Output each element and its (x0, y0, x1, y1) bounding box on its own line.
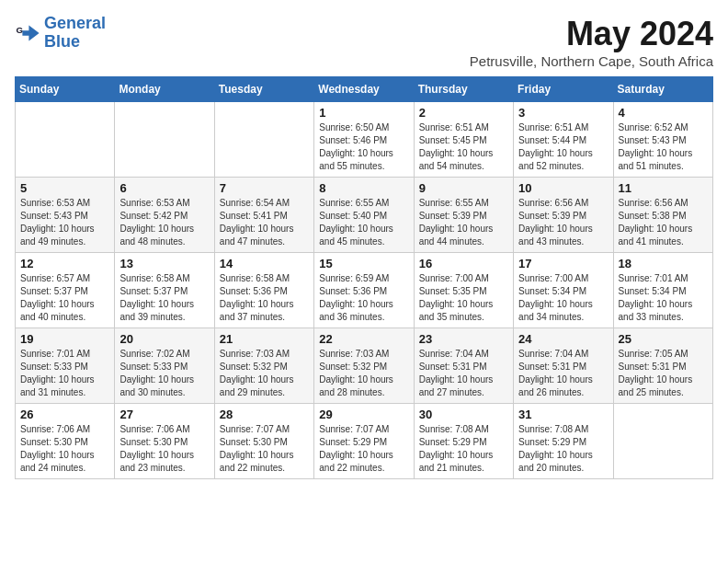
calendar-cell: 4Sunrise: 6:52 AMSunset: 5:43 PMDaylight… (613, 102, 712, 178)
calendar-header-row: SundayMondayTuesdayWednesdayThursdayFrid… (16, 77, 713, 102)
day-header-tuesday: Tuesday (214, 77, 313, 102)
calendar-cell: 24Sunrise: 7:04 AMSunset: 5:31 PMDayligh… (514, 328, 613, 404)
calendar-week-4: 19Sunrise: 7:01 AMSunset: 5:33 PMDayligh… (16, 328, 713, 404)
day-info: Sunrise: 6:54 AMSunset: 5:41 PMDaylight:… (220, 197, 309, 248)
day-number: 5 (20, 181, 109, 195)
day-header-wednesday: Wednesday (314, 77, 414, 102)
calendar-cell: 31Sunrise: 7:08 AMSunset: 5:29 PMDayligh… (514, 404, 613, 479)
day-number: 11 (619, 181, 708, 195)
day-info: Sunrise: 7:02 AMSunset: 5:33 PMDaylight:… (119, 348, 209, 399)
calendar-cell (16, 102, 115, 178)
calendar-cell: 12Sunrise: 6:57 AMSunset: 5:37 PMDayligh… (16, 253, 115, 328)
day-number: 18 (619, 257, 708, 270)
day-number: 21 (220, 332, 309, 346)
day-number: 10 (518, 181, 608, 195)
title-block: May 2024 Petrusville, Northern Cape, Sou… (470, 15, 713, 69)
calendar-cell: 10Sunrise: 6:56 AMSunset: 5:39 PMDayligh… (514, 178, 613, 253)
day-info: Sunrise: 6:53 AMSunset: 5:42 PMDaylight:… (119, 197, 209, 248)
day-info: Sunrise: 6:52 AMSunset: 5:43 PMDaylight:… (619, 121, 708, 173)
day-info: Sunrise: 6:50 AMSunset: 5:46 PMDaylight:… (319, 121, 408, 173)
day-info: Sunrise: 7:07 AMSunset: 5:29 PMDaylight:… (319, 423, 408, 475)
logo-line2: Blue (44, 32, 80, 51)
calendar-cell: 17Sunrise: 7:00 AMSunset: 5:34 PMDayligh… (514, 253, 613, 328)
calendar-cell: 18Sunrise: 7:01 AMSunset: 5:34 PMDayligh… (613, 253, 712, 328)
day-info: Sunrise: 7:06 AMSunset: 5:30 PMDaylight:… (119, 423, 209, 475)
day-info: Sunrise: 7:08 AMSunset: 5:29 PMDaylight:… (518, 423, 608, 475)
day-number: 1 (319, 106, 408, 120)
page-header: G General Blue May 2024 Petrusville, Nor… (15, 15, 713, 69)
day-info: Sunrise: 7:04 AMSunset: 5:31 PMDaylight:… (419, 348, 508, 399)
day-info: Sunrise: 6:56 AMSunset: 5:39 PMDaylight:… (518, 197, 608, 248)
calendar-cell (115, 102, 214, 178)
calendar-cell: 8Sunrise: 6:55 AMSunset: 5:40 PMDaylight… (314, 178, 414, 253)
day-info: Sunrise: 7:07 AMSunset: 5:30 PMDaylight:… (220, 423, 309, 475)
day-number: 30 (419, 408, 508, 421)
day-info: Sunrise: 7:01 AMSunset: 5:34 PMDaylight:… (619, 272, 708, 324)
calendar-cell: 5Sunrise: 6:53 AMSunset: 5:43 PMDaylight… (16, 178, 115, 253)
calendar-cell: 2Sunrise: 6:51 AMSunset: 5:45 PMDaylight… (414, 102, 513, 178)
calendar-cell: 16Sunrise: 7:00 AMSunset: 5:35 PMDayligh… (414, 253, 513, 328)
day-number: 25 (619, 332, 708, 346)
day-info: Sunrise: 7:03 AMSunset: 5:32 PMDaylight:… (220, 348, 309, 399)
day-info: Sunrise: 7:01 AMSunset: 5:33 PMDaylight:… (20, 348, 109, 399)
calendar-cell: 6Sunrise: 6:53 AMSunset: 5:42 PMDaylight… (115, 178, 214, 253)
calendar-cell (214, 102, 313, 178)
location: Petrusville, Northern Cape, South Africa (470, 53, 713, 69)
day-number: 29 (319, 408, 408, 421)
calendar-cell: 15Sunrise: 6:59 AMSunset: 5:36 PMDayligh… (314, 253, 414, 328)
calendar-cell: 30Sunrise: 7:08 AMSunset: 5:29 PMDayligh… (414, 404, 513, 479)
calendar-table: SundayMondayTuesdayWednesdayThursdayFrid… (15, 76, 713, 479)
day-number: 8 (319, 181, 408, 195)
day-info: Sunrise: 6:55 AMSunset: 5:39 PMDaylight:… (419, 197, 508, 248)
calendar-week-2: 5Sunrise: 6:53 AMSunset: 5:43 PMDaylight… (16, 178, 713, 253)
calendar-cell: 11Sunrise: 6:56 AMSunset: 5:38 PMDayligh… (613, 178, 712, 253)
calendar-cell: 21Sunrise: 7:03 AMSunset: 5:32 PMDayligh… (214, 328, 313, 404)
day-info: Sunrise: 6:58 AMSunset: 5:36 PMDaylight:… (220, 272, 309, 324)
calendar-cell: 26Sunrise: 7:06 AMSunset: 5:30 PMDayligh… (16, 404, 115, 479)
calendar-cell: 7Sunrise: 6:54 AMSunset: 5:41 PMDaylight… (214, 178, 313, 253)
day-number: 26 (20, 408, 109, 421)
day-info: Sunrise: 6:53 AMSunset: 5:43 PMDaylight:… (20, 197, 109, 248)
month-title: May 2024 (470, 15, 713, 53)
calendar-cell: 29Sunrise: 7:07 AMSunset: 5:29 PMDayligh… (314, 404, 414, 479)
day-info: Sunrise: 6:56 AMSunset: 5:38 PMDaylight:… (619, 197, 708, 248)
logo: G General Blue (15, 15, 106, 52)
calendar-cell: 27Sunrise: 7:06 AMSunset: 5:30 PMDayligh… (115, 404, 214, 479)
day-info: Sunrise: 7:03 AMSunset: 5:32 PMDaylight:… (319, 348, 408, 399)
day-number: 13 (119, 257, 209, 270)
calendar-cell: 3Sunrise: 6:51 AMSunset: 5:44 PMDaylight… (514, 102, 613, 178)
day-info: Sunrise: 6:59 AMSunset: 5:36 PMDaylight:… (319, 272, 408, 324)
day-info: Sunrise: 6:51 AMSunset: 5:45 PMDaylight:… (419, 121, 508, 173)
day-header-thursday: Thursday (414, 77, 513, 102)
day-header-saturday: Saturday (613, 77, 712, 102)
day-number: 16 (419, 257, 508, 270)
calendar-week-3: 12Sunrise: 6:57 AMSunset: 5:37 PMDayligh… (16, 253, 713, 328)
day-number: 12 (20, 257, 109, 270)
day-info: Sunrise: 7:05 AMSunset: 5:31 PMDaylight:… (619, 348, 708, 399)
calendar-cell: 13Sunrise: 6:58 AMSunset: 5:37 PMDayligh… (115, 253, 214, 328)
calendar-cell: 19Sunrise: 7:01 AMSunset: 5:33 PMDayligh… (16, 328, 115, 404)
calendar-cell: 1Sunrise: 6:50 AMSunset: 5:46 PMDaylight… (314, 102, 414, 178)
day-header-friday: Friday (514, 77, 613, 102)
day-number: 24 (518, 332, 608, 346)
day-number: 2 (419, 106, 508, 120)
logo-icon: G (15, 20, 40, 46)
day-number: 23 (419, 332, 508, 346)
day-number: 27 (119, 408, 209, 421)
svg-marker-1 (22, 25, 39, 40)
day-info: Sunrise: 7:00 AMSunset: 5:34 PMDaylight:… (518, 272, 608, 324)
day-number: 19 (20, 332, 109, 346)
day-number: 17 (518, 257, 608, 270)
day-number: 20 (119, 332, 209, 346)
day-info: Sunrise: 6:55 AMSunset: 5:40 PMDaylight:… (319, 197, 408, 248)
day-info: Sunrise: 7:00 AMSunset: 5:35 PMDaylight:… (419, 272, 508, 324)
logo-line1: General (44, 14, 106, 32)
day-number: 22 (319, 332, 408, 346)
calendar-cell: 14Sunrise: 6:58 AMSunset: 5:36 PMDayligh… (214, 253, 313, 328)
calendar-cell: 28Sunrise: 7:07 AMSunset: 5:30 PMDayligh… (214, 404, 313, 479)
calendar-cell: 9Sunrise: 6:55 AMSunset: 5:39 PMDaylight… (414, 178, 513, 253)
day-info: Sunrise: 7:06 AMSunset: 5:30 PMDaylight:… (20, 423, 109, 475)
day-number: 3 (518, 106, 608, 120)
calendar-cell: 22Sunrise: 7:03 AMSunset: 5:32 PMDayligh… (314, 328, 414, 404)
calendar-cell: 23Sunrise: 7:04 AMSunset: 5:31 PMDayligh… (414, 328, 513, 404)
